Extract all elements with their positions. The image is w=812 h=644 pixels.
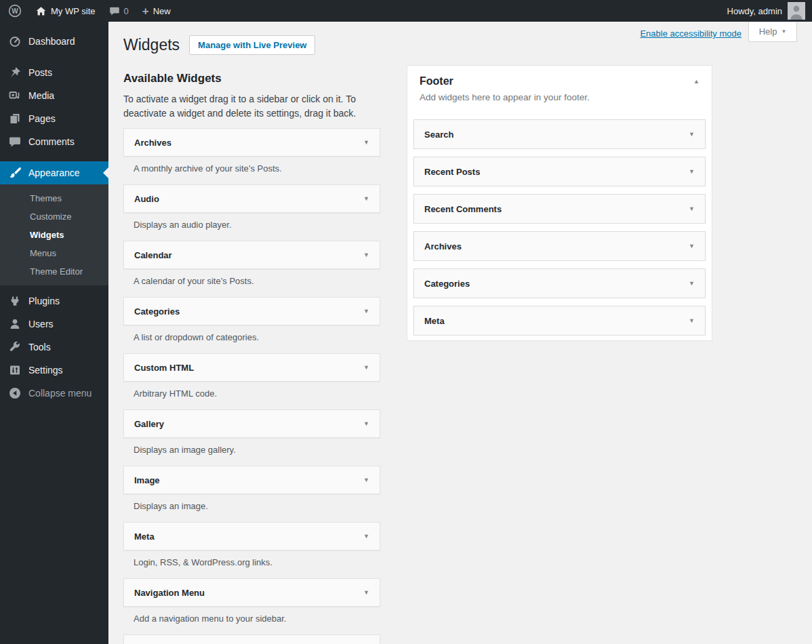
chevron-down-icon[interactable]: ▼ xyxy=(363,195,369,202)
chevron-down-icon[interactable]: ▼ xyxy=(689,131,695,138)
sidebar-label: Plugins xyxy=(28,296,60,306)
sidebar-item-plugins[interactable]: Plugins xyxy=(0,289,108,313)
chevron-down-icon[interactable]: ▼ xyxy=(363,477,369,483)
sidebar-item-settings[interactable]: Settings xyxy=(0,359,108,382)
sidebar-item-media[interactable]: Media xyxy=(0,84,108,107)
sidebar-item-posts[interactable]: Posts xyxy=(0,61,108,84)
widget-card-navigation-menu[interactable]: Navigation Menu ▼ xyxy=(123,578,380,607)
submenu-item-theme-editor[interactable]: Theme Editor xyxy=(0,262,108,281)
media-icon xyxy=(8,89,22,102)
new-content-menu[interactable]: + New xyxy=(136,0,178,22)
main-content: Enable accessibility mode Help ▼ Widgets… xyxy=(108,22,812,644)
sidebar-item-comments[interactable]: Comments xyxy=(0,130,108,153)
widget-card-archives[interactable]: Archives ▼ xyxy=(123,128,380,157)
sidebar-item-tools[interactable]: Tools xyxy=(0,336,108,359)
chevron-up-icon[interactable]: ▲ xyxy=(693,78,699,85)
sidebar-label: Dashboard xyxy=(28,36,75,47)
available-widgets-list: Archives ▼ A monthly archive of your sit… xyxy=(123,128,380,644)
sidebar-item-users[interactable]: Users xyxy=(0,313,108,336)
collapse-menu-button[interactable]: Collapse menu xyxy=(0,382,108,405)
enable-accessibility-link[interactable]: Enable accessibility mode xyxy=(640,28,742,39)
available-widgets-heading: Available Widgets xyxy=(123,72,380,85)
footer-widget-archives[interactable]: Archives ▼ xyxy=(413,231,706,261)
wordpress-logo-menu[interactable]: W xyxy=(0,0,28,22)
widget-title: Image xyxy=(134,475,160,485)
footer-widget-search[interactable]: Search ▼ xyxy=(413,119,706,149)
sidebar-label: Settings xyxy=(28,365,63,376)
widget-description: Login, RSS, & WordPress.org links. xyxy=(123,557,380,568)
chevron-down-icon[interactable]: ▼ xyxy=(363,308,369,315)
account-menu[interactable]: Howdy, admin xyxy=(727,2,812,20)
comments-count: 0 xyxy=(124,6,129,16)
available-widgets-section: Available Widgets To activate a widget d… xyxy=(123,72,380,644)
widget-description: Add a navigation menu to your sidebar. xyxy=(123,613,380,624)
avatar xyxy=(788,2,805,20)
chevron-down-icon[interactable]: ▼ xyxy=(689,205,695,212)
sidebar-label: Posts xyxy=(28,67,52,78)
chevron-down-icon[interactable]: ▼ xyxy=(363,139,369,146)
sidebar-label: Media xyxy=(28,90,54,101)
widget-description: A list or dropdown of categories. xyxy=(123,331,380,343)
chevron-down-icon[interactable]: ▼ xyxy=(689,317,695,324)
chevron-down-icon[interactable]: ▼ xyxy=(363,364,369,371)
submenu-item-customize[interactable]: Customize xyxy=(0,207,108,226)
appearance-brush-icon xyxy=(8,166,22,180)
manage-live-preview-button[interactable]: Manage with Live Preview xyxy=(189,35,315,55)
widget-card-categories[interactable]: Categories ▼ xyxy=(123,297,380,325)
footer-widget-recent-comments[interactable]: Recent Comments ▼ xyxy=(413,194,706,224)
widget-title: Meta xyxy=(424,316,445,326)
submenu-item-widgets[interactable]: Widgets xyxy=(0,226,108,244)
widget-card-meta[interactable]: Meta ▼ xyxy=(123,522,380,550)
footer-area-header[interactable]: Footer ▲ xyxy=(407,66,712,87)
chevron-down-icon[interactable]: ▼ xyxy=(363,251,369,258)
footer-widget-meta[interactable]: Meta ▼ xyxy=(413,306,706,336)
home-icon xyxy=(35,5,47,17)
widget-card-gallery[interactable]: Gallery ▼ xyxy=(123,409,380,438)
comments-bubble-menu[interactable]: 0 xyxy=(102,0,136,22)
sidebar-item-appearance[interactable]: Appearance xyxy=(0,161,108,184)
chevron-down-icon[interactable]: ▼ xyxy=(363,533,369,540)
wordpress-logo-icon: W xyxy=(8,4,22,18)
widget-title: Categories xyxy=(424,279,470,289)
widget-card-audio[interactable]: Audio ▼ xyxy=(123,184,380,213)
comment-bubble-icon xyxy=(109,5,120,16)
widget-card-calendar[interactable]: Calendar ▼ xyxy=(123,241,380,269)
widget-title: Categories xyxy=(134,306,180,317)
widget-card-image[interactable]: Image ▼ xyxy=(123,466,380,494)
site-link[interactable]: My WP site xyxy=(28,0,102,22)
chevron-down-icon[interactable]: ▼ xyxy=(363,589,369,596)
footer-widget-categories[interactable]: Categories ▼ xyxy=(413,268,706,298)
user-icon xyxy=(8,317,22,331)
wrench-icon xyxy=(8,340,22,354)
chevron-down-icon[interactable]: ▼ xyxy=(689,280,695,287)
footer-area-description: Add widgets here to appear in your foote… xyxy=(407,87,712,103)
widget-description: Arbitrary HTML code. xyxy=(123,388,380,399)
admin-sidebar: Dashboard Posts Media Pages Comments xyxy=(0,22,108,644)
chevron-down-icon[interactable]: ▼ xyxy=(363,420,369,427)
pushpin-icon xyxy=(8,66,22,79)
widget-card-custom-html[interactable]: Custom HTML ▼ xyxy=(123,353,380,382)
sidebar-item-dashboard[interactable]: Dashboard xyxy=(0,30,108,53)
sidebar-item-pages[interactable]: Pages xyxy=(0,107,108,130)
sidebar-label: Pages xyxy=(28,113,56,124)
sidebar-label: Comments xyxy=(28,136,75,147)
footer-widget-recent-posts[interactable]: Recent Posts ▼ xyxy=(413,157,706,186)
sidebar-label: Collapse menu xyxy=(28,388,92,399)
plugin-icon xyxy=(8,294,22,308)
chevron-down-icon[interactable]: ▼ xyxy=(689,243,695,249)
sidebar-label: Users xyxy=(28,319,54,329)
settings-sliders-icon xyxy=(8,363,22,377)
widget-title: Recent Comments xyxy=(424,204,502,214)
chevron-down-icon[interactable]: ▼ xyxy=(689,168,695,175)
submenu-item-menus[interactable]: Menus xyxy=(0,244,108,262)
widget-title: Archives xyxy=(134,138,171,148)
widget-title: Audio xyxy=(134,194,159,204)
page-header: Widgets Manage with Live Preview xyxy=(123,35,315,55)
help-tab[interactable]: Help ▼ xyxy=(748,22,797,42)
widget-card-partial[interactable] xyxy=(123,635,380,644)
sidebar-label: Tools xyxy=(28,342,51,353)
plus-icon: + xyxy=(142,5,149,17)
submenu-item-themes[interactable]: Themes xyxy=(0,189,108,207)
help-label: Help xyxy=(759,26,777,37)
widget-description: Displays an audio player. xyxy=(123,219,380,230)
